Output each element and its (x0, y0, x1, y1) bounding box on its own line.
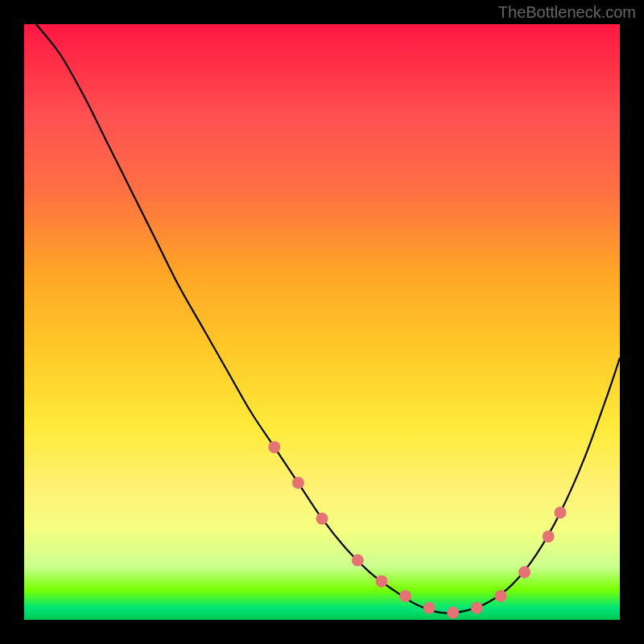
watermark-text: TheBottleneck.com (498, 3, 636, 22)
highlight-point (268, 441, 280, 453)
highlight-point (543, 530, 555, 543)
highlight-point (518, 566, 530, 578)
marker-group (268, 441, 566, 619)
highlight-point (471, 602, 483, 614)
highlight-point (376, 575, 388, 587)
highlight-point (555, 506, 567, 518)
highlight-point (316, 513, 328, 525)
highlight-point (495, 590, 507, 602)
bottleneck-curve (36, 24, 620, 613)
highlight-point (423, 602, 436, 614)
chart-svg (24, 24, 620, 620)
highlight-point (447, 607, 459, 619)
highlight-point (292, 477, 304, 489)
highlight-point (352, 555, 364, 567)
chart-plot-area (24, 24, 620, 620)
highlight-point (399, 590, 411, 602)
